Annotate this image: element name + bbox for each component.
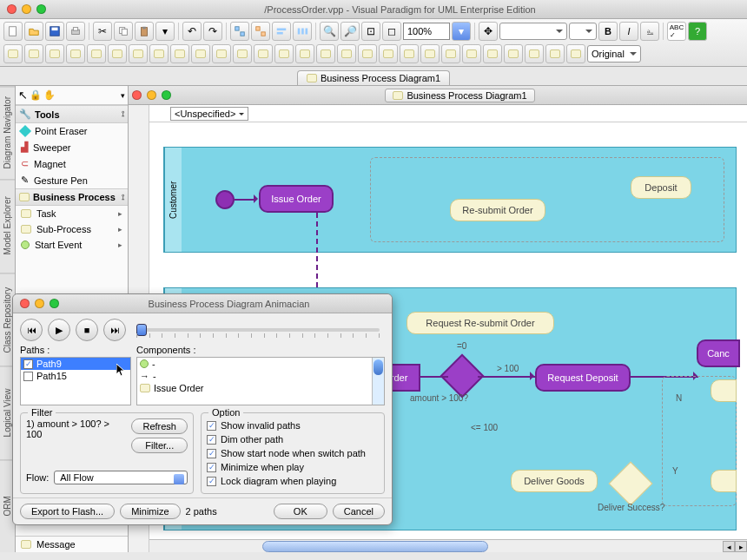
activity-issue-order[interactable]: Issue Order: [259, 185, 334, 213]
print-button[interactable]: [66, 22, 85, 41]
tb2-1[interactable]: [3, 44, 23, 63]
minimize-window-button[interactable]: [22, 4, 31, 14]
tb2-17[interactable]: [337, 44, 356, 63]
activity-canc[interactable]: Canc: [697, 339, 740, 367]
dialog-close-button[interactable]: [20, 299, 30, 308]
lock-icon[interactable]: 🔒: [30, 89, 42, 101]
bp-task[interactable]: Task▸: [16, 206, 128, 221]
opt-show-start[interactable]: ✓Show start node when switch path: [207, 446, 379, 460]
tb2-10[interactable]: [191, 44, 210, 63]
tb2-9[interactable]: [170, 44, 189, 63]
tb2-28[interactable]: [566, 44, 585, 63]
bp-message[interactable]: Message: [16, 536, 128, 552]
flow-select[interactable]: All Flow: [54, 471, 188, 484]
opt-lock-diagram[interactable]: ✓Lock diagram when playing: [207, 474, 379, 488]
canvas-min-button[interactable]: [147, 90, 156, 100]
activity-resubmit[interactable]: Re-submit Order: [450, 199, 545, 221]
forward-button[interactable]: ⏭: [103, 319, 126, 341]
tool-point-eraser[interactable]: Point Eraser: [16, 123, 128, 139]
tb2-25[interactable]: [504, 44, 523, 63]
activity-request-resubmit[interactable]: Request Re-submit Order: [407, 312, 554, 334]
scroll-left-button[interactable]: ◂: [723, 541, 735, 552]
bp-start-event[interactable]: Start Event▸: [16, 237, 128, 253]
start-event-node[interactable]: [215, 190, 235, 209]
unspecified-dropdown[interactable]: <Unspecified>: [170, 107, 248, 121]
bp-subprocess[interactable]: Sub-Process▸: [16, 221, 128, 237]
tb2-23[interactable]: [462, 44, 481, 63]
activity-deliver-goods[interactable]: Deliver Goods: [511, 470, 598, 492]
minimize-button[interactable]: Minimize: [120, 504, 180, 519]
collapse-icon[interactable]: ▾: [121, 91, 125, 100]
stop-button[interactable]: ■: [76, 319, 98, 341]
tb2-2[interactable]: [24, 44, 43, 63]
font-combo[interactable]: [499, 23, 567, 40]
activity-right-cut[interactable]: [711, 470, 737, 492]
activity-right-cut2[interactable]: [711, 379, 737, 402]
tb2-18[interactable]: [358, 44, 377, 63]
export-flash-button[interactable]: Export to Flash...: [20, 504, 115, 519]
bold-button[interactable]: B: [598, 22, 618, 41]
opt-dim-other[interactable]: ✓Dim other path: [207, 432, 379, 446]
zoom-dropdown[interactable]: ▾: [452, 22, 471, 41]
canvas-zoom-button[interactable]: [162, 90, 171, 100]
zoom-input[interactable]: [403, 23, 450, 40]
tb2-14[interactable]: [274, 44, 294, 63]
tb2-26[interactable]: [525, 44, 544, 63]
undo-button[interactable]: ↶: [182, 22, 202, 41]
tb2-21[interactable]: [420, 44, 440, 63]
align-button[interactable]: [272, 22, 291, 41]
sidetab-model-explorer[interactable]: Model Explorer: [0, 179, 15, 272]
opt-invalid-paths[interactable]: ✓Show invalid paths: [207, 418, 379, 432]
tb2-7[interactable]: [129, 44, 148, 63]
canvas-close-button[interactable]: [132, 90, 142, 100]
open-button[interactable]: [24, 22, 43, 41]
opt-minimize-play[interactable]: ✓Minimize when play: [207, 460, 379, 474]
fontsize-combo[interactable]: [569, 23, 597, 40]
tb2-16[interactable]: [316, 44, 335, 63]
tb2-15[interactable]: [295, 44, 314, 63]
path-item-path9[interactable]: ✓Path9: [21, 358, 130, 370]
tb2-24[interactable]: [483, 44, 502, 63]
horizontal-scrollbar[interactable]: ◂ ▸: [149, 539, 747, 552]
filter-button[interactable]: Filter...: [131, 438, 188, 453]
activity-deposit[interactable]: Deposit: [631, 176, 691, 199]
dialog-min-button[interactable]: [35, 299, 44, 308]
cancel-button[interactable]: Cancel: [333, 504, 385, 519]
tool-sweeper[interactable]: ▟Sweeper: [16, 139, 128, 155]
path-item-path15[interactable]: Path15: [21, 370, 130, 382]
original-combo[interactable]: Original: [587, 45, 641, 63]
component-item-1[interactable]: →-: [137, 370, 384, 382]
zoom-out-button[interactable]: 🔎: [340, 22, 360, 41]
pointer-icon[interactable]: ↖: [18, 89, 28, 102]
help-button[interactable]: ?: [688, 22, 707, 41]
component-item-0[interactable]: -: [137, 358, 384, 370]
tb2-11[interactable]: [212, 44, 231, 63]
tb2-13[interactable]: [254, 44, 273, 63]
checkbox-icon[interactable]: ✓: [23, 359, 33, 369]
tb2-19[interactable]: [379, 44, 398, 63]
tb2-20[interactable]: [400, 44, 419, 63]
scroll-right-button[interactable]: ▸: [735, 541, 747, 552]
zoom-window-button[interactable]: [36, 4, 46, 14]
dialog-zoom-button[interactable]: [50, 299, 59, 308]
tool-magnet[interactable]: ⊂Magnet: [16, 155, 128, 172]
tb2-4[interactable]: [66, 44, 85, 63]
components-scrollbar[interactable]: [372, 358, 384, 405]
italic-button[interactable]: I: [619, 22, 638, 41]
spellcheck-icon[interactable]: ABC✓: [667, 22, 686, 41]
copy-button[interactable]: [114, 22, 133, 41]
tb2-27[interactable]: [545, 44, 565, 63]
new-button[interactable]: [3, 22, 23, 41]
close-window-button[interactable]: [7, 4, 17, 14]
diagram-tab[interactable]: Business Process Diagram1: [297, 70, 450, 85]
play-button[interactable]: ▶: [48, 319, 70, 341]
sidetab-diagram-navigator[interactable]: Diagram Navigator: [0, 86, 15, 179]
pan-button[interactable]: ✥: [479, 22, 498, 41]
activity-request-deposit[interactable]: Request Deposit: [535, 364, 631, 392]
tb2-8[interactable]: [149, 44, 169, 63]
zoom-actual-button[interactable]: ◻: [382, 22, 401, 41]
timeline-slider[interactable]: [136, 328, 380, 332]
zoom-fit-button[interactable]: ⊡: [361, 22, 380, 41]
scroll-thumb[interactable]: [262, 541, 488, 552]
hand-icon[interactable]: ✋: [43, 89, 56, 101]
